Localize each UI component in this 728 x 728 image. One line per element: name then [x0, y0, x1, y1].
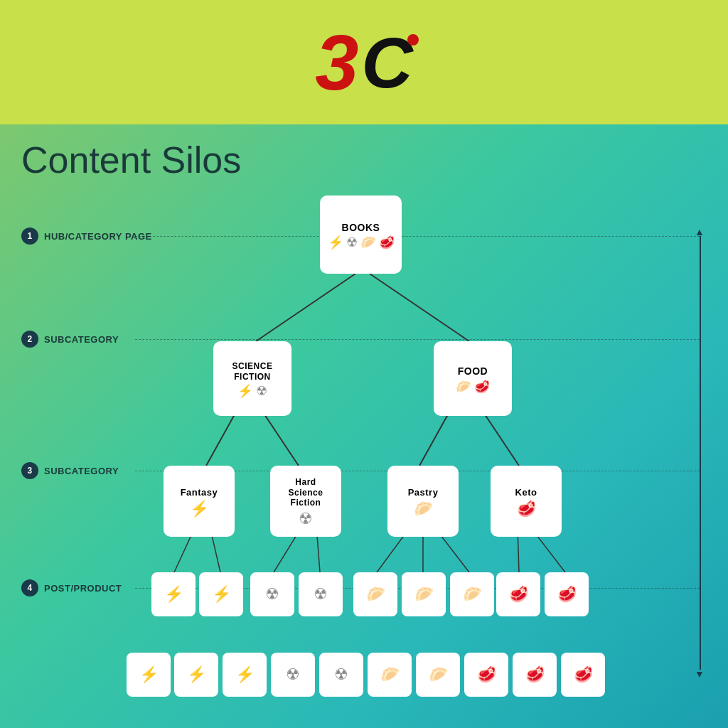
hard-sf-icons: ☢	[299, 511, 313, 527]
bottom-card-2: ⚡	[174, 653, 218, 697]
bottom-card-1: ⚡	[127, 653, 171, 697]
post-8-icon: 🥩	[509, 587, 528, 602]
pastry-icons: 🥟	[414, 501, 433, 517]
bottom-card-8: 🥩	[464, 653, 508, 697]
svg-line-1	[370, 274, 469, 341]
bottom-card-7: 🥟	[416, 653, 460, 697]
fantasy-icons: ⚡	[190, 501, 209, 517]
food-title: FOOD	[458, 365, 488, 378]
level-3-circle: 3	[21, 462, 38, 479]
logo-3: 3	[315, 23, 358, 102]
post-6-icon: 🥟	[414, 587, 434, 602]
sf-title: SCIENCEFICTION	[232, 361, 273, 382]
fantasy-title: Fantasy	[181, 487, 218, 498]
level-4-label: 4 POST/PRODUCT	[21, 579, 122, 596]
bottom-2-icon: ⚡	[187, 667, 206, 682]
post-2-icon: ⚡	[212, 587, 231, 602]
post-4-icon: ☢	[314, 587, 328, 602]
logo-dot	[407, 34, 419, 46]
pastry-title: Pastry	[408, 487, 439, 498]
post-5-icon: 🥟	[366, 587, 385, 602]
books-card: BOOKS ⚡ ☢ 🥟 🥩	[320, 196, 402, 274]
svg-line-0	[256, 274, 355, 341]
post-card-3: ☢	[250, 572, 294, 616]
level-2-circle: 2	[21, 331, 38, 348]
fantasy-lightning-icon: ⚡	[190, 501, 209, 517]
food-dumpling-icon: 🥟	[456, 380, 471, 393]
food-meat-icon: 🥩	[474, 380, 490, 393]
bottom-card-3: ⚡	[223, 653, 267, 697]
hard-sf-title: HardScienceFiction	[289, 477, 323, 508]
h-line-1	[135, 236, 700, 237]
post-card-9: 🥩	[545, 572, 589, 616]
level-4-circle: 4	[21, 579, 38, 596]
meat-icon: 🥩	[379, 236, 395, 249]
diagram-area: 1 HUB/CATEGORY PAGE 2 SUBCATEGORY 3 SUBC…	[21, 192, 707, 728]
hard-sf-nuclear-icon: ☢	[299, 511, 313, 527]
bottom-card-10: 🥩	[561, 653, 605, 697]
post-card-1: ⚡	[151, 572, 196, 616]
post-card-7: 🥟	[450, 572, 494, 616]
level-2-label: 2 SUBCATEGORY	[21, 331, 119, 348]
sf-icons: ⚡ ☢	[237, 385, 267, 397]
books-title: BOOKS	[342, 222, 380, 234]
bottom-1-icon: ⚡	[139, 667, 159, 682]
logo: 3 C	[315, 23, 412, 102]
keto-icons: 🥩	[517, 501, 536, 517]
food-icons: 🥟 🥩	[456, 380, 490, 393]
post-9-icon: 🥩	[557, 587, 577, 602]
pastry-dumpling-icon: 🥟	[414, 501, 433, 517]
h-line-2	[135, 339, 700, 340]
nuclear-icon: ☢	[346, 236, 358, 249]
fantasy-card: Fantasy ⚡	[164, 466, 235, 537]
post-card-8: 🥩	[496, 572, 540, 616]
bottom-card-5: ☢	[319, 653, 363, 697]
keto-title: Keto	[515, 487, 537, 498]
post-3-icon: ☢	[265, 587, 279, 602]
books-icons: ⚡ ☢ 🥟 🥩	[328, 236, 395, 249]
bottom-7-icon: 🥟	[429, 667, 448, 682]
post-7-icon: 🥟	[463, 587, 482, 602]
post-card-6: 🥟	[402, 572, 446, 616]
bottom-3-icon: ⚡	[235, 667, 255, 682]
post-1-icon: ⚡	[164, 587, 183, 602]
bottom-card-6: 🥟	[368, 653, 412, 697]
food-card: FOOD 🥟 🥩	[434, 341, 512, 416]
hard-sf-card: HardScienceFiction ☢	[270, 466, 341, 537]
main-content: Content Silos 1 HUB/CATEGORY PAGE 2 SUBC…	[0, 124, 728, 728]
header: 3 C	[0, 0, 728, 124]
lightning-icon: ⚡	[328, 236, 343, 249]
dumpling-icon: 🥟	[360, 236, 376, 249]
sf-lightning-icon: ⚡	[237, 385, 253, 397]
level-1-label: 1 HUB/CATEGORY PAGE	[21, 228, 152, 245]
bottom-5-icon: ☢	[334, 667, 348, 682]
bottom-9-icon: 🥩	[525, 667, 545, 682]
science-fiction-card: SCIENCEFICTION ⚡ ☢	[213, 341, 291, 416]
bottom-10-icon: 🥩	[574, 667, 593, 682]
level-1-circle: 1	[21, 228, 38, 245]
sf-nuclear-icon: ☢	[256, 385, 267, 397]
post-card-5: 🥟	[353, 572, 397, 616]
post-card-2: ⚡	[199, 572, 243, 616]
bottom-8-icon: 🥩	[477, 667, 496, 682]
page-title: Content Silos	[21, 139, 707, 181]
bottom-card-9: 🥩	[513, 653, 557, 697]
level-3-label: 3 SUBCATEGORY	[21, 462, 119, 479]
keto-meat-icon: 🥩	[517, 501, 536, 517]
keto-card: Keto 🥩	[491, 466, 562, 537]
vertical-arrow	[700, 236, 701, 670]
logo-c: C	[361, 27, 412, 98]
bottom-4-icon: ☢	[286, 667, 300, 682]
post-card-4: ☢	[299, 572, 343, 616]
bottom-6-icon: 🥟	[380, 667, 400, 682]
bottom-card-4: ☢	[271, 653, 315, 697]
pastry-card: Pastry 🥟	[387, 466, 459, 537]
